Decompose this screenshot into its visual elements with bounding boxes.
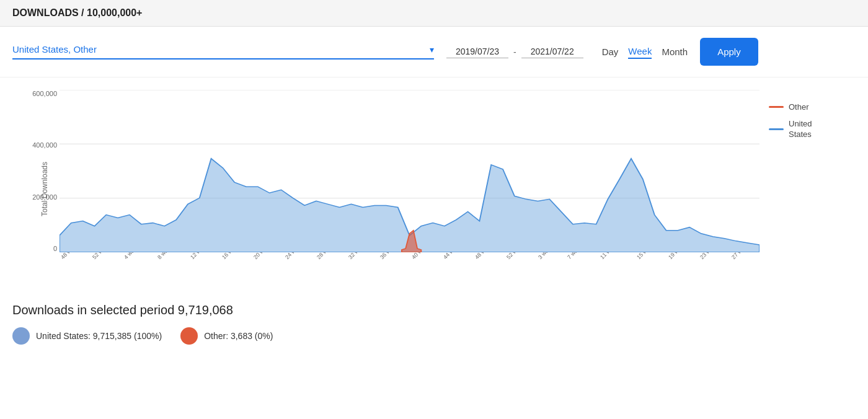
period-week-button[interactable]: Week bbox=[628, 45, 652, 59]
country-select-text: United States, Other bbox=[12, 44, 425, 55]
y-tick: 400,000 bbox=[26, 141, 57, 149]
date-start-input[interactable] bbox=[446, 45, 508, 58]
controls-bar: United States, Other ▾ - Day Week Month … bbox=[0, 27, 868, 77]
y-tick: 200,000 bbox=[26, 193, 57, 201]
chart-svg bbox=[60, 90, 760, 252]
date-separator: - bbox=[513, 47, 516, 57]
legend-item-us: UnitedStates bbox=[769, 119, 856, 140]
breakdown-dot-other bbox=[180, 327, 198, 345]
date-range: - bbox=[446, 45, 583, 58]
chart-svg-wrapper bbox=[60, 90, 760, 252]
y-tick: 0 bbox=[26, 245, 57, 252]
breakdown-us-label: United States: 9,715,385 (100%) bbox=[36, 331, 162, 341]
legend-label-us: UnitedStates bbox=[789, 119, 812, 140]
period-day-button[interactable]: Day bbox=[602, 45, 619, 58]
breakdown-other-label: Other: 3,683 (0%) bbox=[204, 331, 273, 341]
chart-container: Total Downloads 600,000 400,000 200,000 … bbox=[12, 90, 856, 288]
summary-breakdown: United States: 9,715,385 (100%) Other: 3… bbox=[12, 327, 856, 345]
legend-color-other bbox=[769, 106, 784, 108]
y-tick: 600,000 bbox=[26, 90, 57, 97]
legend-item-other: Other bbox=[769, 102, 856, 112]
period-month-button[interactable]: Month bbox=[662, 45, 688, 58]
summary-section: Downloads in selected period 9,719,068 U… bbox=[0, 288, 868, 355]
x-axis-labels: 48 week of... 52 week of... 4 week of 2.… bbox=[60, 252, 760, 288]
period-buttons: Day Week Month bbox=[602, 45, 688, 59]
legend-color-us bbox=[769, 128, 784, 130]
page-title: DOWNLOADS / 10,000,000+ bbox=[12, 7, 142, 18]
summary-title: Downloads in selected period 9,719,068 bbox=[12, 303, 856, 317]
legend-label-other: Other bbox=[789, 102, 809, 112]
breakdown-us: United States: 9,715,385 (100%) bbox=[12, 327, 162, 345]
chevron-down-icon: ▾ bbox=[430, 45, 434, 55]
header-bar: DOWNLOADS / 10,000,000+ bbox=[0, 0, 868, 27]
y-axis-labels: 600,000 400,000 200,000 0 bbox=[26, 90, 57, 252]
date-end-input[interactable] bbox=[521, 45, 583, 58]
chart-section: Total Downloads 600,000 400,000 200,000 … bbox=[0, 77, 868, 288]
chart-legend: Other UnitedStates bbox=[769, 102, 856, 140]
breakdown-dot-us bbox=[12, 327, 30, 345]
breakdown-other: Other: 3,683 (0%) bbox=[180, 327, 273, 345]
apply-button[interactable]: Apply bbox=[700, 38, 758, 66]
country-select[interactable]: United States, Other ▾ bbox=[12, 44, 434, 60]
